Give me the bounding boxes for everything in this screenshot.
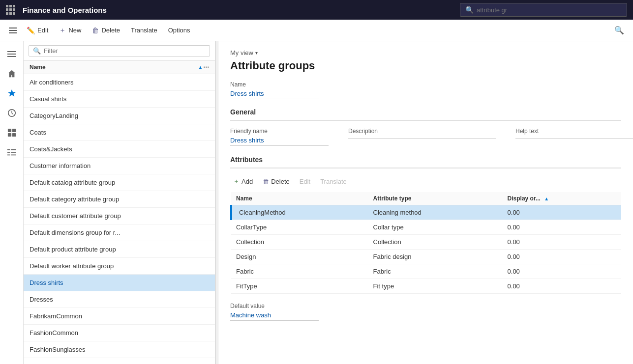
svg-rect-14: [11, 152, 16, 153]
list-panel: 🔍 Name ▲ ⋯ Air conditionersCasual shirts…: [24, 41, 215, 364]
edit-button[interactable]: ✏️ Edit: [22, 25, 53, 36]
filter-input[interactable]: [44, 47, 206, 55]
svg-rect-9: [7, 133, 11, 137]
list-item[interactable]: CategoryLanding: [24, 108, 215, 124]
list-item[interactable]: Customer information: [24, 158, 215, 174]
description-value[interactable]: [348, 137, 496, 139]
cell-name: CleaningMethod: [231, 205, 368, 220]
edit-attribute-button[interactable]: Edit: [297, 176, 313, 187]
cell-display: 0.00: [503, 220, 621, 235]
general-fields-row: Friendly name Dress shirts Description H…: [230, 128, 621, 146]
svg-rect-0: [9, 28, 17, 28]
friendly-name-label: Friendly name: [230, 128, 329, 135]
table-row[interactable]: Fabric Fabric 0.00: [231, 264, 621, 279]
list-item[interactable]: FabrikamCommon: [24, 308, 215, 325]
my-view-row[interactable]: My view ▾: [230, 49, 621, 56]
options-button[interactable]: Options: [163, 25, 195, 36]
translate-attribute-button[interactable]: Translate: [317, 176, 350, 187]
table-row[interactable]: CollarType Collar type 0.00: [231, 220, 621, 235]
detail-panel: My view ▾ Attribute groups Name Dress sh…: [218, 41, 633, 364]
list-item[interactable]: FashionSunglasses: [24, 341, 215, 358]
list-icon[interactable]: [3, 143, 21, 161]
svg-rect-13: [7, 152, 10, 153]
description-col: Description: [348, 128, 496, 146]
cell-type: Fabric: [368, 264, 503, 279]
cell-type: Collection: [368, 235, 503, 250]
action-bar: ✏️ Edit ＋ New 🗑 Delete Translate Options…: [0, 20, 633, 41]
svg-rect-4: [7, 54, 16, 55]
edit-icon: ✏️: [27, 27, 35, 34]
list-item[interactable]: Default worker attribute group: [24, 258, 215, 275]
list-item[interactable]: Default dimensions group for r...: [24, 224, 215, 241]
svg-rect-15: [7, 155, 10, 156]
svg-rect-12: [11, 149, 16, 150]
delete-attribute-button[interactable]: 🗑 Delete: [260, 176, 293, 187]
filter-input-wrap[interactable]: 🔍: [29, 45, 210, 56]
new-button[interactable]: ＋ New: [54, 24, 86, 37]
favorites-icon[interactable]: [3, 84, 21, 102]
friendly-name-value[interactable]: Dress shirts: [230, 137, 329, 146]
list-item[interactable]: Dresses: [24, 291, 215, 308]
list-item[interactable]: Default customer attribute group: [24, 208, 215, 224]
delete-button[interactable]: 🗑 Delete: [87, 25, 125, 36]
delete-icon: 🗑: [92, 27, 99, 34]
table-row[interactable]: Collection Collection 0.00: [231, 235, 621, 250]
grid-icon[interactable]: [6, 5, 16, 15]
page-title: Attribute groups: [230, 59, 621, 72]
svg-rect-5: [7, 56, 16, 57]
sort-asc-icon[interactable]: ▲: [198, 64, 203, 70]
global-search[interactable]: 🔍: [460, 3, 627, 17]
add-attribute-button[interactable]: ＋ Add: [230, 175, 256, 187]
name-label: Name: [230, 81, 621, 88]
list-item[interactable]: Casual shirts: [24, 91, 215, 108]
filter-bar: 🔍: [24, 41, 215, 61]
translate-button[interactable]: Translate: [126, 25, 162, 36]
list-item[interactable]: Air conditioners: [24, 74, 215, 91]
table-row[interactable]: FitType Fit type 0.00: [231, 279, 621, 294]
search-button[interactable]: 🔍: [610, 24, 628, 37]
list-item[interactable]: Coats: [24, 124, 215, 141]
workspace-icon[interactable]: [3, 124, 21, 141]
home-icon[interactable]: [3, 65, 21, 83]
table-row[interactable]: CleaningMethod Cleaning method 0.00: [231, 205, 621, 220]
help-text-label: Help text: [515, 128, 633, 135]
my-view-label: My view: [230, 49, 253, 56]
cell-name: FitType: [231, 279, 368, 294]
cell-name: CollarType: [231, 220, 368, 235]
cell-name: Design: [231, 250, 368, 264]
cell-display: 0.00: [503, 235, 621, 250]
list-item[interactable]: Dress shirts: [24, 275, 215, 291]
cell-type: Cleaning method: [368, 205, 503, 220]
help-text-value[interactable]: [515, 137, 633, 139]
column-options-icon[interactable]: ⋯: [203, 64, 209, 71]
new-icon: ＋: [59, 26, 66, 35]
list-item[interactable]: Default category attribute group: [24, 191, 215, 208]
cell-type: Collar type: [368, 220, 503, 235]
col-type: Attribute type: [368, 192, 503, 205]
chevron-down-icon: ▾: [255, 50, 258, 56]
list-item[interactable]: FashionCommon: [24, 325, 215, 341]
list-item[interactable]: Coats&Jackets: [24, 141, 215, 158]
app-title: Finance and Operations: [23, 6, 460, 14]
global-search-input[interactable]: [477, 6, 622, 14]
list-item[interactable]: Default catalog attribute group: [24, 174, 215, 191]
friendly-name-col: Friendly name Dress shirts: [230, 128, 329, 146]
cell-type: Fabric design: [368, 250, 503, 264]
search-icon: 🔍: [465, 6, 474, 14]
list-body: Air conditionersCasual shirtsCategoryLan…: [24, 74, 215, 364]
delete-attr-icon: 🗑: [263, 178, 269, 185]
attributes-table: Name Attribute type Display or... ▲ Clea…: [230, 192, 621, 294]
cell-type: Fit type: [368, 279, 503, 294]
name-value[interactable]: Dress shirts: [230, 90, 319, 99]
default-value[interactable]: Machine wash: [230, 311, 319, 321]
sidebar-menu-icon[interactable]: [3, 45, 21, 63]
hamburger-button[interactable]: [5, 23, 21, 38]
table-header-row: Name Attribute type Display or... ▲: [231, 192, 621, 205]
recent-icon[interactable]: [3, 104, 21, 122]
svg-rect-1: [9, 30, 17, 31]
default-value-label: Default value: [230, 303, 621, 309]
cell-display: 0.00: [503, 279, 621, 294]
list-item[interactable]: Default product attribute group: [24, 241, 215, 258]
sort-icon: ▲: [544, 196, 549, 201]
table-row[interactable]: Design Fabric design 0.00: [231, 250, 621, 264]
